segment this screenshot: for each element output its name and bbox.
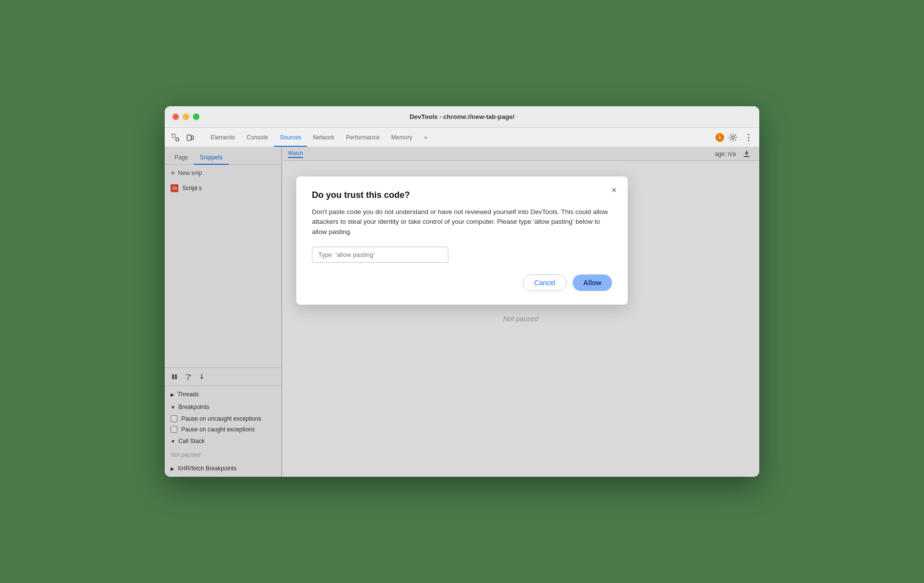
maximize-button[interactable] — [193, 114, 199, 120]
close-button[interactable] — [173, 114, 179, 120]
cancel-button[interactable]: Cancel — [523, 274, 567, 291]
settings-icon[interactable] — [726, 131, 740, 144]
inspect-element-icon[interactable] — [169, 131, 182, 144]
minimize-button[interactable] — [183, 114, 189, 120]
allow-pasting-input[interactable] — [312, 247, 448, 263]
devtools-toolbar: Elements Console Sources Network Perform… — [165, 128, 759, 147]
trust-dialog: × Do you trust this code? Don't paste co… — [296, 176, 628, 305]
tab-more[interactable]: » — [418, 128, 433, 147]
devtools-tabs: Elements Console Sources Network Perform… — [205, 128, 715, 147]
traffic-lights — [173, 114, 199, 120]
tab-elements[interactable]: Elements — [205, 128, 241, 147]
more-options-icon[interactable] — [742, 131, 755, 144]
dialog-title: Do you trust this code? — [312, 190, 612, 200]
main-content: Page Snippets + New snip JS Script s — [165, 147, 759, 477]
tab-performance[interactable]: Performance — [340, 128, 385, 147]
notification-badge: 1 — [715, 133, 724, 142]
dialog-body: Don't paste code you do not understand o… — [312, 207, 612, 237]
svg-rect-3 — [192, 136, 193, 139]
toolbar-right: 1 — [715, 131, 755, 144]
tab-sources[interactable]: Sources — [274, 128, 307, 147]
svg-point-7 — [748, 139, 750, 141]
svg-point-5 — [748, 134, 750, 135]
tab-memory[interactable]: Memory — [385, 128, 418, 147]
tab-console[interactable]: Console — [241, 128, 274, 147]
svg-rect-2 — [187, 135, 191, 140]
svg-point-6 — [748, 136, 750, 138]
tab-network[interactable]: Network — [307, 128, 340, 147]
titlebar: DevTools - chrome://new-tab-page/ — [165, 106, 759, 128]
dialog-buttons: Cancel Allow — [312, 274, 612, 291]
device-toolbar-icon[interactable] — [183, 131, 197, 144]
dialog-close-button[interactable]: × — [608, 184, 620, 196]
devtools-icons — [169, 131, 197, 144]
allow-button[interactable]: Allow — [573, 274, 612, 291]
devtools-window: DevTools - chrome://new-tab-page/ Elemen… — [165, 106, 759, 477]
svg-rect-1 — [176, 138, 179, 141]
dialog-overlay: × Do you trust this code? Don't paste co… — [165, 147, 759, 477]
svg-rect-0 — [172, 134, 175, 137]
window-title: DevTools - chrome://new-tab-page/ — [409, 113, 514, 120]
svg-point-4 — [732, 136, 734, 139]
